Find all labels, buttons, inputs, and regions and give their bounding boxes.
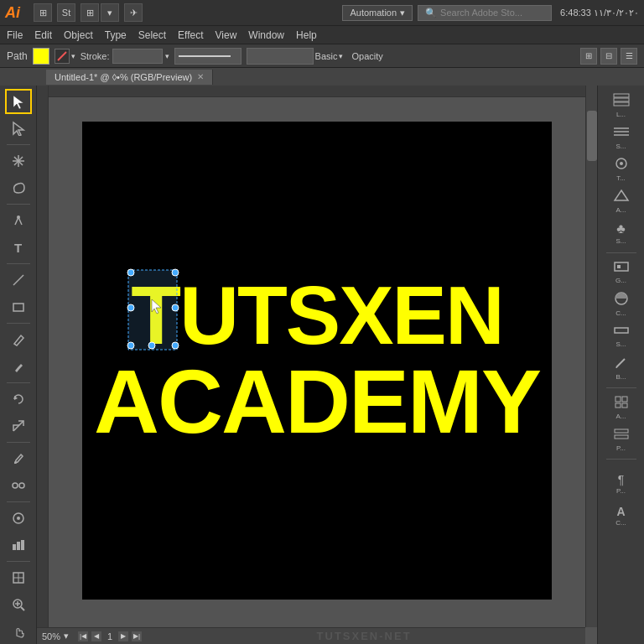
- prev-page-btn[interactable]: ◀: [91, 631, 102, 642]
- scale-tool-btn[interactable]: [5, 413, 32, 439]
- horizontal-scrollbar[interactable]: 50% ▾ |◀ ◀ 1 ▶ ▶| TUTSXEN-NET: [37, 627, 585, 644]
- scale-tool-icon: [11, 418, 26, 434]
- send-icon-btn[interactable]: ✈: [124, 3, 143, 22]
- swatches-icon: [613, 125, 630, 141]
- slice-tool-btn[interactable]: [5, 565, 32, 590]
- basic-label: Basic: [315, 51, 338, 61]
- menu-select[interactable]: Select: [138, 29, 166, 41]
- hand-btn[interactable]: [5, 619, 32, 644]
- color-panel-btn[interactable]: C...: [603, 289, 640, 319]
- menu-object[interactable]: Object: [64, 29, 93, 41]
- vertical-scrollbar[interactable]: [585, 86, 597, 627]
- artboard[interactable]: T: [82, 122, 552, 600]
- appearance-panel-btn[interactable]: A...: [603, 186, 640, 216]
- menu-effect[interactable]: Effect: [178, 29, 203, 41]
- document-tab[interactable]: Untitled-1* @ ◊•% (RGB/Preview) ✕: [46, 70, 213, 85]
- svg-point-32: [127, 342, 134, 349]
- magic-wand-btn[interactable]: [5, 148, 32, 174]
- svg-rect-19: [17, 542, 20, 550]
- character-panel-btn[interactable]: A C...: [603, 501, 640, 531]
- menu-type[interactable]: Type: [105, 29, 127, 41]
- search-box[interactable]: 🔍 Search Adobe Sto...: [418, 5, 552, 21]
- svg-rect-49: [615, 328, 628, 333]
- arrow-start-box[interactable]: [247, 48, 314, 65]
- pen-tool-icon: [11, 213, 26, 228]
- fill-chevron-icon[interactable]: ▾: [71, 52, 75, 60]
- next-page-btn[interactable]: ▶: [117, 631, 129, 642]
- first-page-btn[interactable]: |◀: [77, 631, 89, 642]
- home-icon-btn[interactable]: ⊞: [34, 3, 52, 22]
- basic-chevron-icon[interactable]: ▾: [339, 52, 343, 60]
- transform-panel-btn[interactable]: T...: [603, 154, 640, 184]
- fill-color-swatch[interactable]: [33, 48, 49, 65]
- more-options-icon[interactable]: ☰: [621, 48, 637, 65]
- line-tool-btn[interactable]: [5, 267, 32, 293]
- svg-point-29: [127, 269, 134, 276]
- svg-point-31: [127, 304, 134, 311]
- automation-label: Automation: [350, 8, 397, 18]
- tab-close-icon[interactable]: ✕: [197, 72, 204, 81]
- zoom-btn[interactable]: [5, 592, 32, 617]
- rotate-tool-btn[interactable]: [5, 387, 32, 412]
- properties-panel-btn[interactable]: P...: [603, 424, 640, 454]
- arrow-style-area: Basic ▾: [247, 48, 344, 65]
- graph-tool-btn[interactable]: [5, 532, 32, 558]
- direct-select-tool-btn[interactable]: [5, 116, 32, 141]
- menu-file[interactable]: File: [7, 29, 23, 41]
- svg-marker-1: [13, 96, 23, 109]
- artboards-panel-btn[interactable]: A...: [603, 392, 640, 423]
- tool-divider-7: [7, 501, 30, 502]
- zoom-chevron-icon[interactable]: ▾: [64, 631, 69, 641]
- blend-tool-btn[interactable]: [5, 473, 32, 498]
- lasso-btn[interactable]: [5, 175, 32, 200]
- eyedropper-btn[interactable]: [5, 446, 32, 471]
- arrange-view-btn[interactable]: ⊞: [80, 3, 99, 22]
- panel-divider-3: [606, 459, 636, 460]
- pen-tool-btn[interactable]: [5, 208, 32, 233]
- stroke-panel-icon: [613, 325, 630, 339]
- layers-panel-btn[interactable]: L...: [603, 91, 640, 121]
- paintbrush-btn[interactable]: [5, 354, 32, 379]
- svg-line-25: [21, 607, 24, 610]
- character-icon: A: [616, 506, 625, 517]
- select-tool-btn[interactable]: [5, 89, 32, 114]
- stroke-style-box[interactable]: [174, 48, 242, 65]
- libraries-icon-btn[interactable]: St: [57, 3, 75, 22]
- align-icon[interactable]: ⊞: [580, 48, 597, 65]
- automation-btn[interactable]: Automation ▾: [342, 5, 413, 21]
- paragraph-panel-btn[interactable]: ¶ P...: [603, 469, 640, 499]
- symbols-icon: ♣: [616, 222, 626, 236]
- menu-edit[interactable]: Edit: [34, 29, 52, 41]
- stroke-value-box[interactable]: [112, 49, 163, 64]
- swatches-svg: [613, 125, 630, 138]
- zoom-area[interactable]: 50% ▾: [37, 631, 74, 641]
- layers-label: L...: [616, 111, 626, 118]
- last-page-btn[interactable]: ▶|: [131, 631, 143, 642]
- menu-view[interactable]: View: [216, 29, 237, 41]
- pencil-tool-icon: [11, 332, 26, 347]
- brushes-panel-btn[interactable]: B...: [603, 353, 640, 383]
- symbols-panel-btn[interactable]: ♣ S...: [603, 218, 640, 248]
- stroke-panel-btn[interactable]: S...: [603, 321, 640, 351]
- vertical-scroll-thumb[interactable]: [587, 111, 597, 161]
- page-navigation: |◀ ◀ 1 ▶ ▶|: [77, 631, 143, 642]
- transform-icon[interactable]: ⊟: [600, 48, 617, 65]
- pencil-tool-btn[interactable]: [5, 327, 32, 352]
- svg-marker-2: [13, 122, 23, 136]
- menu-window[interactable]: Window: [248, 29, 284, 41]
- rect-tool-btn[interactable]: [5, 294, 32, 319]
- graphic-styles-btn[interactable]: G...: [603, 257, 640, 288]
- arrange-icons: ⊞ ⊟ ☰: [580, 48, 637, 65]
- tool-divider-4: [7, 323, 30, 324]
- view-toggle-btn[interactable]: ▾: [101, 3, 119, 22]
- symbol-tool-btn[interactable]: [5, 506, 32, 531]
- svg-rect-50: [615, 397, 621, 402]
- menu-help[interactable]: Help: [296, 29, 317, 41]
- stroke-chevron-icon[interactable]: ▾: [165, 52, 169, 60]
- svg-line-0: [58, 52, 66, 60]
- svg-point-14: [13, 483, 18, 488]
- swatches-panel-btn[interactable]: S...: [603, 122, 640, 153]
- color-svg: [613, 292, 630, 305]
- fill-type-btn[interactable]: [55, 49, 70, 64]
- text-tool-btn[interactable]: T: [5, 235, 32, 260]
